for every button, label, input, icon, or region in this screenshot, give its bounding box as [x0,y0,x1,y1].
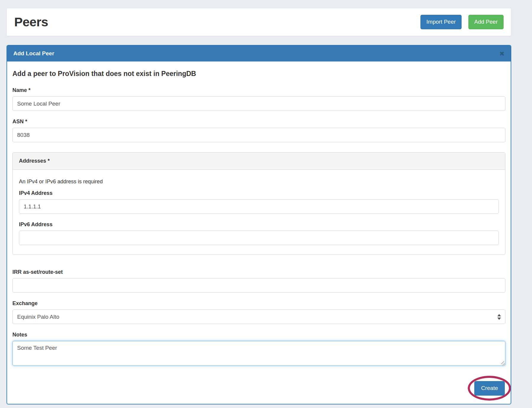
notes-textarea-wrap: Some Test Peer [12,341,505,366]
panel-body: Add a peer to ProVision that does not ex… [7,61,511,404]
irr-input[interactable] [12,278,505,293]
panel-heading: Add Local Peer ✖ [7,46,511,61]
exchange-field-group: Exchange Equinix Palo Alto [12,300,505,324]
ipv4-label: IPv4 Address [19,190,499,196]
irr-field-group: IRR as-set/route-set [12,269,505,293]
add-peer-button[interactable]: Add Peer [468,15,504,29]
page-container: Peers Import Peer Add Peer Add Local Pee… [7,0,511,404]
notes-textarea[interactable]: Some Test Peer [12,341,505,366]
form-description: Add a peer to ProVision that does not ex… [12,70,505,78]
header-buttons: Import Peer Add Peer [420,15,504,29]
ipv4-input[interactable] [19,199,499,214]
addresses-body: An IPv4 or IPv6 address is required IPv4… [13,170,505,255]
add-local-peer-panel: Add Local Peer ✖ Add a peer to ProVision… [7,45,511,404]
name-field-group: Name * [12,87,505,111]
page-title: Peers [14,15,48,29]
notes-field-group: Notes Some Test Peer [12,332,505,366]
asn-input[interactable] [12,128,505,142]
name-input[interactable] [12,96,505,111]
ipv6-input[interactable] [19,231,499,245]
ipv6-field-group: IPv6 Address [19,221,499,245]
create-button[interactable]: Create [474,381,505,396]
addresses-note: An IPv4 or IPv6 address is required [19,179,499,185]
import-peer-button[interactable]: Import Peer [420,15,462,29]
panel-title: Add Local Peer [13,50,54,57]
addresses-fieldset: Addresses * An IPv4 or IPv6 address is r… [12,152,505,255]
addresses-legend: Addresses * [13,153,505,170]
name-label: Name * [12,87,505,93]
panel-footer: Create [12,381,505,396]
create-button-wrap: Create [474,381,505,396]
irr-label: IRR as-set/route-set [12,269,505,275]
ipv4-field-group: IPv4 Address [19,190,499,214]
close-icon[interactable]: ✖ [499,51,504,57]
page-header-card: Peers Import Peer Add Peer [7,8,511,36]
asn-field-group: ASN * [12,119,505,142]
exchange-select-wrap: Equinix Palo Alto [12,310,505,324]
exchange-label: Exchange [12,300,505,307]
notes-label: Notes [12,332,505,338]
ipv6-label: IPv6 Address [19,221,499,228]
exchange-select[interactable]: Equinix Palo Alto [12,310,505,324]
asn-label: ASN * [12,119,505,125]
